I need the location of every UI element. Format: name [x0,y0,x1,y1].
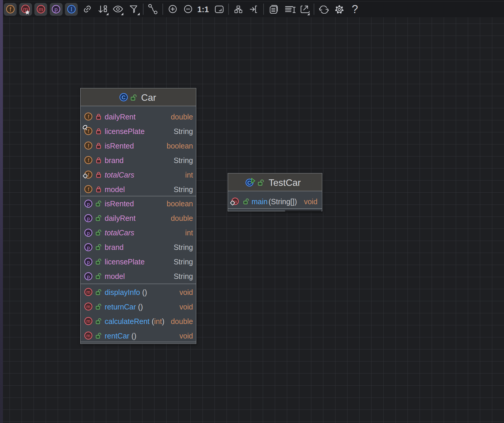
svg-text:m: m [86,304,90,309]
svg-text:f: f [9,6,11,13]
svg-text:m: m [86,333,90,338]
svg-text:p: p [87,259,90,264]
svg-text:p: p [87,245,90,250]
svg-text:C: C [122,94,125,100]
svg-text:m: m [39,6,43,12]
svg-text:p: p [87,230,90,235]
svg-text:p: p [55,6,58,12]
svg-text:p: p [87,201,90,206]
svg-text:m: m [86,290,90,295]
svg-text:I: I [70,6,72,12]
svg-text:p: p [87,216,90,221]
svg-text:C: C [247,180,251,186]
svg-text:p: p [87,274,90,279]
svg-text:m: m [86,319,90,324]
